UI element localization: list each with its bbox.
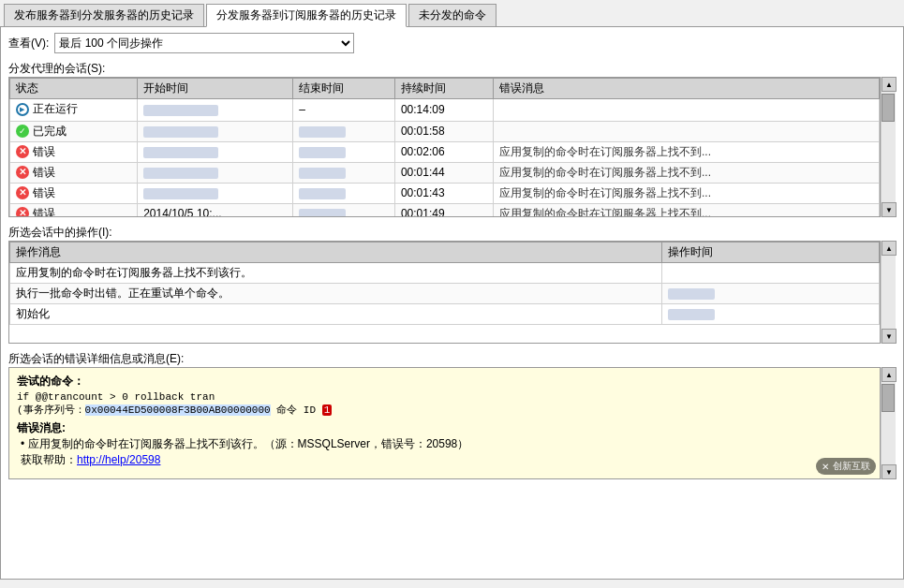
cell-duration: 00:01:44	[394, 162, 493, 183]
sessions-row-5[interactable]: ✕ 错误 2014/10/5 10:... 00:01:49 应用复制的命令时在…	[10, 203, 880, 217]
sessions-table-wrapper: 状态 开始时间 结束时间 持续时间 错误消息 正在运行 – 00:14:09 ✓…	[8, 77, 881, 217]
sessions-row-2[interactable]: ✕ 错误 00:02:06 应用复制的命令时在订阅服务器上找不到...	[10, 141, 880, 162]
error-scroll-down[interactable]: ▼	[882, 464, 897, 479]
blurred-time	[668, 309, 715, 320]
cell-error: 应用复制的命令时在订阅服务器上找不到...	[494, 183, 880, 203]
cell-error: 应用复制的命令时在订阅服务器上找不到...	[494, 141, 880, 162]
cell-op-msg: 应用复制的命令时在订阅服务器上找不到该行。	[10, 263, 662, 284]
status-cell: ✕ 错误	[16, 144, 55, 160]
cmd-txn: 0x00044ED500008F3B00AB00000000	[85, 404, 271, 416]
cell-status: 正在运行	[10, 99, 138, 122]
ops-row-2[interactable]: 初始化	[10, 304, 880, 325]
status-running-icon	[16, 103, 29, 116]
status-error-icon: ✕	[16, 145, 29, 158]
ops-row-0[interactable]: 应用复制的命令时在订阅服务器上找不到该行。	[10, 263, 880, 284]
cell-op-time	[662, 263, 880, 284]
status-text: 错误	[33, 206, 55, 218]
ops-scrollbar[interactable]: ▲ ▼	[881, 241, 896, 344]
help-line: 获取帮助：http://help/20598	[21, 452, 872, 468]
cell-start	[138, 121, 293, 141]
cell-duration: 00:01:49	[394, 203, 493, 217]
cell-end	[293, 183, 395, 203]
ops-scroll-down[interactable]: ▼	[882, 329, 897, 344]
cell-status: ✕ 错误	[10, 183, 138, 203]
status-cell: 正在运行	[16, 101, 78, 117]
blurred-time	[668, 288, 715, 300]
sessions-scroll-thumb[interactable]	[882, 94, 895, 122]
cell-start	[138, 162, 293, 183]
sessions-scroll-down[interactable]: ▼	[882, 202, 897, 217]
error-scrollbar[interactable]: ▲ ▼	[881, 367, 896, 479]
status-text: 错误	[33, 165, 55, 181]
cell-start	[138, 183, 293, 203]
cell-end	[293, 203, 395, 217]
ops-table: 操作消息 操作时间 应用复制的命令时在订阅服务器上找不到该行。 执行一批命令时出…	[9, 242, 880, 325]
cell-duration: 00:01:43	[394, 183, 493, 203]
blurred-end	[299, 147, 346, 158]
cell-end: –	[293, 99, 395, 122]
error-detail-label: 所选会话的错误详细信息或消息(E):	[8, 351, 896, 367]
cell-duration: 00:14:09	[394, 99, 493, 122]
status-success-icon: ✓	[16, 125, 29, 138]
status-error-icon: ✕	[16, 186, 29, 199]
sessions-row-0[interactable]: 正在运行 – 00:14:09	[10, 99, 880, 122]
ops-scroll-up[interactable]: ▲	[882, 241, 897, 256]
cell-start	[138, 99, 293, 122]
cell-status: ✕ 错误	[10, 162, 138, 183]
status-cell: ✕ 错误	[16, 165, 55, 181]
help-link[interactable]: http://help/20598	[77, 453, 160, 466]
col-error: 错误消息	[494, 79, 880, 99]
cell-error	[494, 99, 880, 122]
tab-publisher-history[interactable]: 发布服务器到分发服务器的历史记录	[4, 4, 204, 26]
watermark-icon: ✕	[822, 462, 829, 472]
sessions-row-1[interactable]: ✓ 已完成 00:01:58	[10, 121, 880, 141]
watermark-text: 创新互联	[833, 460, 870, 473]
cell-error: 应用复制的命令时在订阅服务器上找不到...	[494, 162, 880, 183]
sessions-section: 分发代理的会话(S): 状态 开始时间 结束时间 持续时间 错误消息	[8, 59, 896, 217]
col-start: 开始时间	[138, 79, 293, 99]
blurred-start	[143, 105, 218, 116]
cmd-id-badge: 1	[322, 404, 333, 416]
cell-end	[293, 162, 395, 183]
status-text: 正在运行	[33, 101, 78, 117]
cell-status: ✕ 错误	[10, 203, 138, 217]
sessions-scrollbar[interactable]: ▲ ▼	[881, 77, 896, 217]
error-label: 错误消息:	[17, 420, 872, 436]
error-msg-section: 错误消息: • 应用复制的命令时在订阅服务器上找不到该行。（源：MSSQLSer…	[17, 420, 872, 468]
operations-label: 所选会话中的操作(I):	[8, 225, 896, 241]
cell-error	[494, 121, 880, 141]
cell-start: 2014/10/5 10:...	[138, 203, 293, 217]
cell-end	[293, 141, 395, 162]
sessions-label: 分发代理的会话(S):	[8, 61, 896, 77]
tabs-bar: 发布服务器到分发服务器的历史记录 分发服务器到订阅服务器的历史记录 未分发的命令	[0, 0, 904, 27]
operations-section: 所选会话中的操作(I): 操作消息 操作时间 应用复制的命令时在订阅服务器上找不…	[8, 223, 896, 344]
cell-op-time	[662, 284, 880, 304]
cell-duration: 00:02:06	[394, 141, 493, 162]
cell-status: ✕ 错误	[10, 141, 138, 162]
blurred-start	[143, 188, 218, 199]
error-scroll-thumb[interactable]	[882, 384, 895, 412]
error-detail-inner: 尝试的命令： if @@trancount > 0 rollback tran …	[15, 372, 874, 470]
sessions-scroll-up[interactable]: ▲	[882, 77, 897, 92]
cell-op-msg: 执行一批命令时出错。正在重试单个命令。	[10, 284, 662, 304]
blurred-start	[143, 126, 218, 138]
error-scroll-up[interactable]: ▲	[882, 367, 897, 382]
sessions-table: 状态 开始时间 结束时间 持续时间 错误消息 正在运行 – 00:14:09 ✓…	[9, 78, 880, 217]
cell-status: ✓ 已完成	[10, 121, 138, 141]
tab-undistributed[interactable]: 未分发的命令	[408, 4, 496, 26]
col-duration: 持续时间	[394, 79, 493, 99]
sessions-row-3[interactable]: ✕ 错误 00:01:44 应用复制的命令时在订阅服务器上找不到...	[10, 162, 880, 183]
cmd-suffix: 命令 ID	[271, 404, 316, 416]
tab-distributor-history[interactable]: 分发服务器到订阅服务器的历史记录	[206, 4, 407, 27]
blurred-start	[143, 168, 218, 179]
ops-row-1[interactable]: 执行一批命令时出错。正在重试单个命令。	[10, 284, 880, 304]
error-bullet: • 应用复制的命令时在订阅服务器上找不到该行。（源：MSSQLServer，错误…	[21, 436, 872, 452]
status-text: 错误	[33, 144, 55, 160]
cell-start	[138, 141, 293, 162]
view-select[interactable]: 最后 100 个同步操作	[54, 33, 354, 53]
status-cell: ✓ 已完成	[16, 124, 67, 140]
status-error-icon: ✕	[16, 207, 29, 217]
status-cell: ✕ 错误	[16, 185, 55, 201]
sessions-row-4[interactable]: ✕ 错误 00:01:43 应用复制的命令时在订阅服务器上找不到...	[10, 183, 880, 203]
blurred-end	[299, 188, 346, 199]
